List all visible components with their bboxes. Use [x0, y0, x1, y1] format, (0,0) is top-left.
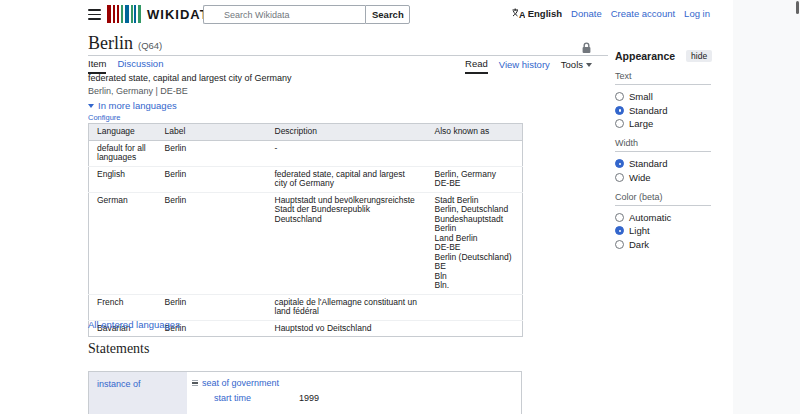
radio-icon: [615, 106, 624, 115]
alias-item: Bundeshauptstadt Berlin: [435, 215, 515, 234]
radio-icon: [615, 159, 624, 168]
radio-group: SmallStandardLarge: [615, 91, 711, 129]
label-cell: Berlin: [157, 166, 267, 192]
radio-option-small[interactable]: Small: [615, 91, 711, 102]
aliases-cell: [427, 140, 523, 166]
statement-property-cell: instance of: [89, 372, 187, 414]
page-title: Berlin: [88, 33, 133, 54]
column-header: Also known as: [427, 124, 523, 141]
appearance-title: Appearance: [615, 50, 675, 62]
radio-option-light[interactable]: Light: [615, 225, 711, 236]
radio-group: StandardWide: [615, 158, 711, 183]
page-heading: Berlin (Q64): [88, 33, 162, 54]
tab-discussion[interactable]: Discussion: [117, 58, 163, 74]
header-link[interactable]: Log in: [684, 8, 710, 19]
radio-label: Standard: [629, 158, 668, 169]
appearance-section-label: Color (beta): [615, 192, 711, 206]
label-cell: Berlin: [157, 192, 267, 294]
description-cell: -: [267, 140, 427, 166]
description-cell: federated state, capital and largest cit…: [267, 166, 427, 192]
aliases-cell: [427, 294, 523, 320]
radio-icon: [615, 119, 624, 128]
statement-main: seat of government start time 1999: [187, 372, 521, 414]
radio-icon: [615, 173, 624, 182]
radio-option-large[interactable]: Large: [615, 118, 711, 129]
appearance-section-label: Width: [615, 138, 711, 152]
tab-tools[interactable]: Tools: [561, 59, 592, 73]
label-cell: Berlin: [157, 294, 267, 320]
appearance-hide-button[interactable]: hide: [686, 50, 712, 62]
radio-option-standard[interactable]: Standard: [615, 105, 711, 116]
appearance-section: Color (beta)AutomaticLightDark: [615, 192, 711, 250]
radio-option-automatic[interactable]: Automatic: [615, 212, 711, 223]
appearance-panel: Appearance hide TextSmallStandardLargeWi…: [615, 50, 711, 252]
tab-item[interactable]: Item: [88, 58, 106, 74]
entity-description: federated state, capital and largest cit…: [88, 73, 292, 83]
more-languages-toggle[interactable]: In more languages: [88, 100, 177, 111]
radio-option-dark[interactable]: Dark: [615, 239, 711, 250]
radio-icon: [615, 226, 624, 235]
language-cell: default for all languages: [89, 140, 157, 166]
column-header: Language: [89, 124, 157, 141]
language-cell: German: [89, 192, 157, 294]
radio-label: Automatic: [629, 212, 671, 223]
header-link[interactable]: Create account: [611, 8, 675, 19]
radio-label: Small: [629, 91, 653, 102]
table-row: EnglishBerlinfederated state, capital an…: [89, 166, 523, 192]
table-header-row: LanguageLabelDescriptionAlso known as: [89, 124, 523, 141]
table-row: GermanBerlinHauptstadt und bevölkerungsr…: [89, 192, 523, 294]
radio-group: AutomaticLightDark: [615, 212, 711, 250]
appearance-section: WidthStandardWide: [615, 138, 711, 183]
radio-label: Wide: [629, 172, 651, 183]
rank-selector-icon[interactable]: [192, 380, 198, 387]
qualifier-value: 1999: [299, 393, 319, 403]
description-cell: capitale de l'Allemagne constituant un l…: [267, 294, 427, 320]
page-tabs: Item Discussion Read View history Tools: [88, 58, 608, 74]
page-background-gutter: [733, 0, 800, 414]
description-cell: Hauptstod vo Deitschland: [267, 320, 427, 337]
all-entered-languages-link[interactable]: All entered languages: [88, 319, 180, 330]
aliases-cell: [427, 320, 523, 337]
alias-item: Bln.: [435, 281, 515, 291]
radio-option-standard[interactable]: Standard: [615, 158, 711, 169]
chevron-down-icon: [586, 63, 592, 67]
tab-view-history[interactable]: View history: [499, 59, 550, 73]
qualifier-row: start time 1999: [214, 393, 521, 403]
configure-link[interactable]: Configure: [88, 113, 121, 122]
radio-icon: [615, 92, 624, 101]
statements-heading: Statements: [88, 341, 149, 357]
alias-item: Berlin (Deutschland): [435, 253, 515, 263]
radio-label: Dark: [629, 239, 649, 250]
table-row: FrenchBerlincapitale de l'Allemagne cons…: [89, 294, 523, 320]
tab-read[interactable]: Read: [465, 58, 488, 74]
language-cell: French: [89, 294, 157, 320]
radio-label: Large: [629, 118, 653, 129]
title-divider: [88, 55, 608, 56]
scrollbar-thumb[interactable]: [796, 1, 799, 14]
entity-id: (Q64): [138, 40, 162, 51]
language-table: LanguageLabelDescriptionAlso known as de…: [88, 123, 523, 337]
radio-option-wide[interactable]: Wide: [615, 172, 711, 183]
qualifier-property-link[interactable]: start time: [214, 393, 299, 403]
triangle-down-icon: [88, 104, 94, 108]
aliases-cell: Stadt BerlinBerlin, DeutschlandBundeshau…: [427, 192, 523, 294]
column-header: Description: [267, 124, 427, 141]
alias-item: DE-BE: [435, 179, 515, 189]
language-cell: English: [89, 166, 157, 192]
property-link[interactable]: instance of: [97, 379, 141, 389]
appearance-section: TextSmallStandardLarge: [615, 71, 711, 129]
statement-value-link[interactable]: seat of government: [202, 378, 279, 388]
radio-label: Standard: [629, 105, 668, 116]
statement-group: instance of seat of government start tim…: [88, 371, 522, 414]
table-row: default for all languagesBerlin-: [89, 140, 523, 166]
content-area: Berlin (Q64) Item Discussion Read View h…: [88, 0, 608, 414]
radio-label: Light: [629, 225, 650, 236]
label-cell: Berlin: [157, 140, 267, 166]
column-header: Label: [157, 124, 267, 141]
entity-label-line: Berlin, Germany | DE-BE: [88, 86, 188, 96]
description-cell: Hauptstadt und bevölkerungsreichste Stad…: [267, 192, 427, 294]
aliases-cell: Berlin, GermanyDE-BE: [427, 166, 523, 192]
radio-icon: [615, 213, 624, 222]
appearance-section-label: Text: [615, 71, 711, 85]
radio-icon: [615, 240, 624, 249]
